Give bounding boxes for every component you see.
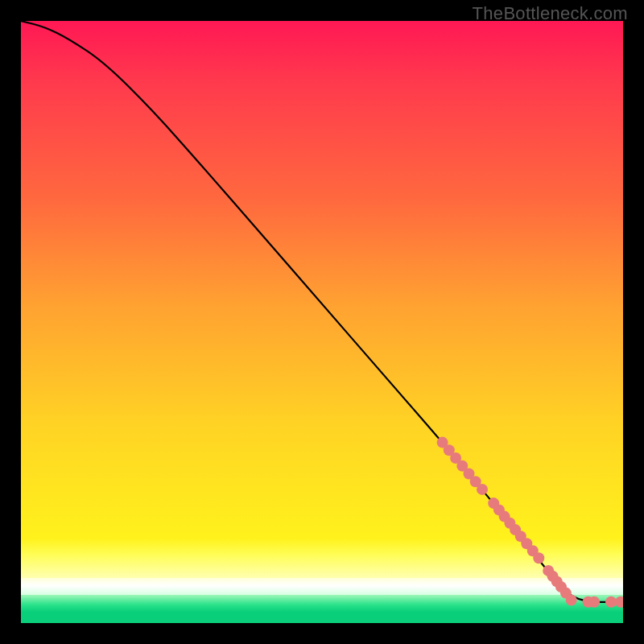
- plot-area: [21, 21, 623, 623]
- data-point: [588, 597, 600, 608]
- chart-container: TheBottleneck.com: [0, 0, 644, 644]
- data-point: [566, 595, 577, 606]
- data-point: [615, 597, 623, 608]
- data-point: [477, 484, 488, 495]
- highlighted-points: [437, 437, 623, 608]
- watermark-text: TheBottleneck.com: [473, 3, 628, 24]
- scatter-layer: [21, 21, 623, 623]
- data-point: [605, 597, 617, 608]
- data-point: [533, 552, 544, 564]
